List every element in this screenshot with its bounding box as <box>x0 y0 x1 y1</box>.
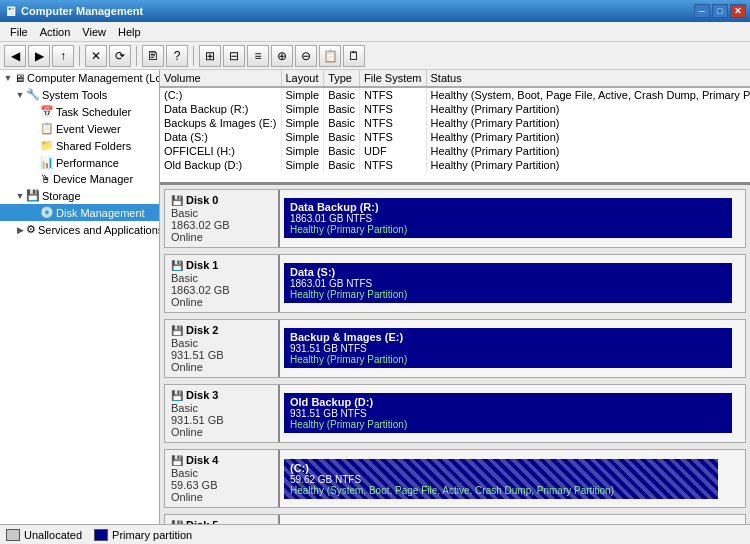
tree-root[interactable]: ▼ 🖥 Computer Management (Local) <box>0 70 159 86</box>
partition-bar[interactable]: Backup & Images (E:)931.51 GB NTFSHealth… <box>284 328 732 368</box>
device-expand <box>28 173 40 185</box>
table-cell: Data Backup (R:) <box>160 102 281 116</box>
menu-view[interactable]: View <box>76 24 112 40</box>
title-bar: 🖥 Computer Management ─ □ ✕ <box>0 0 750 22</box>
disk-type: Basic <box>171 337 272 349</box>
disk-name: 💾 Disk 2 <box>171 324 272 336</box>
minimize-button[interactable]: ─ <box>694 4 710 18</box>
disk-status: Online <box>171 426 272 438</box>
table-cell: Healthy (Primary Partition) <box>426 130 750 144</box>
device-label: Device Manager <box>53 173 133 185</box>
table-row[interactable]: OFFICELI (H:)SimpleBasicUDFHealthy (Prim… <box>160 144 750 158</box>
disk-type: Basic <box>171 402 272 414</box>
disk-mgmt-icon: 💿 <box>40 206 54 219</box>
partition-bar[interactable]: Data (S:)1863.01 GB NTFSHealthy (Primary… <box>284 263 732 303</box>
table-row[interactable]: Old Backup (D:)SimpleBasicNTFSHealthy (P… <box>160 158 750 172</box>
table-cell: Simple <box>281 144 324 158</box>
tree-storage[interactable]: ▼ 💾 Storage <box>0 187 159 204</box>
table-cell: Healthy (Primary Partition) <box>426 116 750 130</box>
disk-type: Basic <box>171 272 272 284</box>
refresh-button[interactable]: ⟳ <box>109 45 131 67</box>
properties-button[interactable]: 🖹 <box>142 45 164 67</box>
menu-help[interactable]: Help <box>112 24 147 40</box>
task-label: Task Scheduler <box>56 106 131 118</box>
disk-size: 931.51 GB <box>171 414 272 426</box>
disk-type: Basic <box>171 467 272 479</box>
legend-primary: Primary partition <box>94 529 192 541</box>
toolbar-sep3 <box>193 46 194 66</box>
perf-icon: 📊 <box>40 156 54 169</box>
table-cell: NTFS <box>360 87 426 102</box>
table-cell: NTFS <box>360 116 426 130</box>
tree-task-scheduler[interactable]: 📅 Task Scheduler <box>0 103 159 120</box>
back-button[interactable]: ◀ <box>4 45 26 67</box>
tree-shared-folders[interactable]: 📁 Shared Folders <box>0 137 159 154</box>
maximize-button[interactable]: □ <box>712 4 728 18</box>
system-tools-expand[interactable]: ▼ <box>14 89 26 101</box>
partition-fs: 1863.01 GB NTFS <box>290 213 726 224</box>
root-expand[interactable]: ▼ <box>2 72 14 84</box>
table-cell: Basic <box>324 116 360 130</box>
table-row[interactable]: Data (S:)SimpleBasicNTFSHealthy (Primary… <box>160 130 750 144</box>
table-cell: Simple <box>281 102 324 116</box>
disk-info: 💾 Disk 4Basic59.63 GBOnline <box>165 450 280 507</box>
tb-btn2[interactable]: ⊟ <box>223 45 245 67</box>
primary-color <box>94 529 108 541</box>
tb-btn4[interactable]: ⊕ <box>271 45 293 67</box>
disk-partitions: Data (S:)1863.01 GB NTFSHealthy (Primary… <box>280 255 745 312</box>
tb-btn5[interactable]: ⊖ <box>295 45 317 67</box>
system-tools-label: System Tools <box>42 89 107 101</box>
storage-label: Storage <box>42 190 81 202</box>
table-cell: Basic <box>324 144 360 158</box>
table-cell: Basic <box>324 158 360 172</box>
partition-bar[interactable]: Old Backup (D:)931.51 GB NTFSHealthy (Pr… <box>284 393 732 433</box>
disk-status: Online <box>171 296 272 308</box>
partition-label: Data Backup (R:) <box>290 201 726 213</box>
services-icon: ⚙ <box>26 223 36 236</box>
toolbar: ◀ ▶ ↑ ✕ ⟳ 🖹 ? ⊞ ⊟ ≡ ⊕ ⊖ 📋 🗒 <box>0 42 750 70</box>
shared-icon: 📁 <box>40 139 54 152</box>
tb-btn3[interactable]: ≡ <box>247 45 269 67</box>
table-cell: Simple <box>281 130 324 144</box>
stop-button[interactable]: ✕ <box>85 45 107 67</box>
partition-status: Healthy (System, Boot, Page File, Active… <box>290 485 712 496</box>
tree-services[interactable]: ▶ ⚙ Services and Applications <box>0 221 159 238</box>
table-cell: NTFS <box>360 130 426 144</box>
col-volume[interactable]: Volume <box>160 70 281 87</box>
col-layout[interactable]: Layout <box>281 70 324 87</box>
tree-event-viewer[interactable]: 📋 Event Viewer <box>0 120 159 137</box>
menu-file[interactable]: File <box>4 24 34 40</box>
partition-bar[interactable]: (C:)59.62 GB NTFSHealthy (System, Boot, … <box>284 459 718 499</box>
table-row[interactable]: Backups & Images (E:)SimpleBasicNTFSHeal… <box>160 116 750 130</box>
tree-system-tools[interactable]: ▼ 🔧 System Tools <box>0 86 159 103</box>
help-button[interactable]: ? <box>166 45 188 67</box>
storage-expand[interactable]: ▼ <box>14 190 26 202</box>
disk-row: 💾 Disk 1Basic1863.02 GBOnlineData (S:)18… <box>164 254 746 313</box>
disk-name: 💾 Disk 0 <box>171 194 272 206</box>
tree-performance[interactable]: 📊 Performance <box>0 154 159 171</box>
app-icon: 🖥 <box>4 4 17 19</box>
table-cell: NTFS <box>360 102 426 116</box>
tree-disk-management[interactable]: 💿 Disk Management <box>0 204 159 221</box>
table-cell: Healthy (Primary Partition) <box>426 144 750 158</box>
tb-btn6[interactable]: 📋 <box>319 45 341 67</box>
up-button[interactable]: ↑ <box>52 45 74 67</box>
tb-btn7[interactable]: 🗒 <box>343 45 365 67</box>
col-type[interactable]: Type <box>324 70 360 87</box>
table-row[interactable]: Data Backup (R:)SimpleBasicNTFSHealthy (… <box>160 102 750 116</box>
menu-action[interactable]: Action <box>34 24 77 40</box>
tb-btn1[interactable]: ⊞ <box>199 45 221 67</box>
close-button[interactable]: ✕ <box>730 4 746 18</box>
table-row[interactable]: (C:)SimpleBasicNTFSHealthy (System, Boot… <box>160 87 750 102</box>
partition-bar[interactable]: Data Backup (R:)1863.01 GB NTFSHealthy (… <box>284 198 732 238</box>
col-status[interactable]: Status <box>426 70 750 87</box>
services-expand[interactable]: ▶ <box>14 224 26 236</box>
disk-type: Basic <box>171 207 272 219</box>
table-cell: NTFS <box>360 158 426 172</box>
disk-table-area[interactable]: Volume Layout Type File System Status Ca… <box>160 70 750 185</box>
disk-name: 💾 Disk 1 <box>171 259 272 271</box>
tree-device-manager[interactable]: 🖱 Device Manager <box>0 171 159 187</box>
forward-button[interactable]: ▶ <box>28 45 50 67</box>
toolbar-sep2 <box>136 46 137 66</box>
col-fs[interactable]: File System <box>360 70 426 87</box>
